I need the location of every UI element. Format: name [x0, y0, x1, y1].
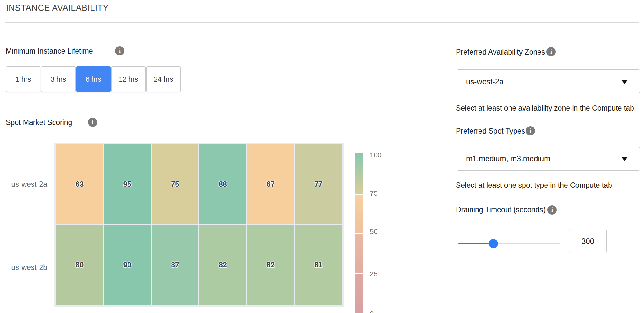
legend-gradient-segment — [355, 195, 363, 233]
lifetime-label: Minimum Instance Lifetime — [6, 47, 93, 55]
heatmap-cell-value: 75 — [171, 180, 179, 189]
heatmap-cell-value: 77 — [314, 180, 323, 189]
legend-gradient-segment — [355, 274, 363, 313]
heatmap-cell-value: 63 — [76, 180, 84, 189]
caret-down-icon — [621, 80, 628, 84]
heatmap-cell[interactable]: 75 — [152, 144, 199, 224]
heatmap-cell-value: 82 — [267, 261, 275, 269]
az-select[interactable]: us-west-2a — [457, 69, 640, 93]
legend-tick-label: 25 — [370, 270, 392, 278]
lifetime-option-3-hrs[interactable]: 3 hrs — [41, 66, 76, 92]
heatmap-cells: 639575886777809087828281 — [56, 144, 342, 305]
legend-gradient-segment — [355, 234, 363, 273]
lifetime-option-12-hrs[interactable]: 12 hrs — [111, 66, 146, 92]
legend-tick-label: 75 — [370, 189, 392, 198]
slider-fill — [458, 243, 494, 244]
lifetime-option-1-hrs[interactable]: 1 hrs — [6, 66, 40, 92]
heatmap-cell[interactable]: 95 — [104, 144, 151, 224]
lifetime-button-group: 1 hrs3 hrs6 hrs12 hrs24 hrs — [6, 66, 181, 92]
heatmap-cell-value: 67 — [267, 180, 275, 189]
instance-availability-panel: INSTANCE AVAILABILITY Minimum Instance L… — [0, 0, 644, 313]
heatmap-cell-value: 95 — [123, 180, 131, 189]
legend-gradient-segment — [355, 153, 363, 194]
spot-scoring-label: Spot Market Scoring — [6, 118, 72, 127]
lifetime-option-24-hrs[interactable]: 24 hrs — [146, 66, 181, 92]
heatmap-cell[interactable]: 87 — [152, 225, 199, 305]
info-icon[interactable]: i — [547, 205, 557, 215]
heatmap-cell[interactable]: 63 — [56, 144, 103, 224]
draining-timeout-slider-thumb[interactable] — [489, 239, 498, 248]
info-icon[interactable]: i — [115, 46, 124, 55]
page-title: INSTANCE AVAILABILITY — [6, 3, 109, 13]
az-helper-text: Select at least one availability zone in… — [456, 104, 634, 113]
draining-timeout-input[interactable] — [569, 229, 607, 253]
spot-types-helper-text: Select at least one spot type in the Com… — [456, 181, 612, 190]
heatmap-legend-bar — [355, 153, 363, 313]
az-select-value: us-west-2a — [466, 70, 503, 93]
az-label: Preferred Availability Zones — [456, 48, 545, 56]
heatmap-cell-value: 82 — [219, 261, 227, 269]
legend-tick-label: 100 — [370, 151, 392, 159]
heatmap-cell-value: 88 — [219, 180, 227, 189]
legend-tick-label: 50 — [370, 228, 392, 236]
heatmap-cell-value: 81 — [314, 261, 323, 269]
spot-types-label: Preferred Spot Types — [456, 127, 525, 135]
heatmap-cell-value: 80 — [76, 261, 84, 269]
heatmap-cell[interactable]: 67 — [247, 144, 294, 224]
heatmap-cell[interactable]: 82 — [199, 225, 246, 305]
title-divider — [5, 22, 639, 23]
info-icon[interactable]: i — [88, 118, 97, 127]
heatmap-cell[interactable]: 81 — [295, 225, 342, 305]
heatmap-cell[interactable]: 77 — [295, 144, 342, 224]
info-icon[interactable]: i — [526, 126, 535, 135]
heatmap-cell-value: 90 — [123, 261, 131, 269]
spot-types-select-value: m1.medium, m3.medium — [466, 147, 550, 170]
spot-scoring-heatmap: 639575886777809087828281 — [54, 143, 344, 307]
caret-down-icon — [621, 157, 628, 161]
heatmap-cell-value: 87 — [171, 261, 179, 269]
heatmap-row-label: us-west-2b — [6, 263, 47, 272]
spot-types-select[interactable]: m1.medium, m3.medium — [457, 147, 640, 171]
legend-tick-label: 0 — [370, 310, 392, 313]
heatmap-cell[interactable]: 90 — [104, 225, 151, 305]
draining-timeout-label: Draining Timeout (seconds) — [456, 206, 545, 214]
heatmap-row-label: us-west-2a — [6, 180, 47, 189]
heatmap-cell[interactable]: 88 — [199, 144, 246, 224]
heatmap-cell[interactable]: 80 — [56, 225, 103, 305]
draining-timeout-slider-track[interactable] — [458, 243, 560, 244]
heatmap-cell[interactable]: 82 — [247, 225, 294, 305]
info-icon[interactable]: i — [546, 47, 556, 56]
lifetime-option-6-hrs[interactable]: 6 hrs — [76, 66, 111, 92]
